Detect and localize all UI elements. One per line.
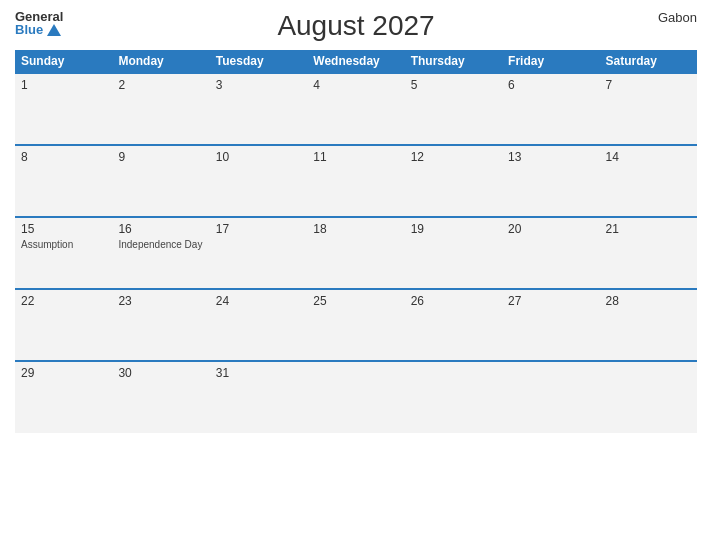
day-number: 22	[21, 294, 106, 308]
calendar-cell: 26	[405, 289, 502, 361]
day-number: 6	[508, 78, 593, 92]
calendar-cell: 8	[15, 145, 112, 217]
day-number: 21	[606, 222, 691, 236]
calendar-cell: 9	[112, 145, 209, 217]
logo-triangle-icon	[47, 24, 61, 36]
calendar-cell: 18	[307, 217, 404, 289]
calendar-week-row: 15Assumption16Independence Day1718192021	[15, 217, 697, 289]
calendar-cell	[600, 361, 697, 433]
calendar-cell: 31	[210, 361, 307, 433]
day-number: 13	[508, 150, 593, 164]
event-label: Assumption	[21, 238, 106, 251]
header-wednesday: Wednesday	[307, 50, 404, 73]
calendar-week-row: 891011121314	[15, 145, 697, 217]
day-number: 8	[21, 150, 106, 164]
calendar-cell: 6	[502, 73, 599, 145]
day-number: 17	[216, 222, 301, 236]
day-number: 31	[216, 366, 301, 380]
calendar-cell: 11	[307, 145, 404, 217]
calendar-cell	[405, 361, 502, 433]
day-number: 19	[411, 222, 496, 236]
header-friday: Friday	[502, 50, 599, 73]
day-number: 3	[216, 78, 301, 92]
calendar-page: General Blue August 2027 Gabon Sunday Mo…	[0, 0, 712, 550]
calendar-cell: 15Assumption	[15, 217, 112, 289]
day-number: 1	[21, 78, 106, 92]
calendar-cell: 28	[600, 289, 697, 361]
day-number: 2	[118, 78, 203, 92]
calendar-cell: 23	[112, 289, 209, 361]
day-number: 15	[21, 222, 106, 236]
day-number: 9	[118, 150, 203, 164]
calendar-cell: 16Independence Day	[112, 217, 209, 289]
header-saturday: Saturday	[600, 50, 697, 73]
header-thursday: Thursday	[405, 50, 502, 73]
header-monday: Monday	[112, 50, 209, 73]
calendar-cell: 13	[502, 145, 599, 217]
calendar-title: August 2027	[277, 10, 434, 42]
day-number: 27	[508, 294, 593, 308]
calendar-header: General Blue August 2027 Gabon	[15, 10, 697, 42]
calendar-week-row: 22232425262728	[15, 289, 697, 361]
calendar-cell	[502, 361, 599, 433]
calendar-cell: 2	[112, 73, 209, 145]
logo: General Blue	[15, 10, 63, 36]
calendar-cell: 1	[15, 73, 112, 145]
calendar-cell: 4	[307, 73, 404, 145]
header-tuesday: Tuesday	[210, 50, 307, 73]
calendar-cell: 14	[600, 145, 697, 217]
day-number: 24	[216, 294, 301, 308]
header-sunday: Sunday	[15, 50, 112, 73]
day-number: 28	[606, 294, 691, 308]
day-number: 29	[21, 366, 106, 380]
calendar-cell: 7	[600, 73, 697, 145]
calendar-cell: 5	[405, 73, 502, 145]
day-number: 11	[313, 150, 398, 164]
calendar-table: Sunday Monday Tuesday Wednesday Thursday…	[15, 50, 697, 433]
day-number: 14	[606, 150, 691, 164]
calendar-cell: 17	[210, 217, 307, 289]
day-number: 23	[118, 294, 203, 308]
calendar-cell	[307, 361, 404, 433]
day-number: 5	[411, 78, 496, 92]
calendar-cell: 10	[210, 145, 307, 217]
calendar-cell: 25	[307, 289, 404, 361]
day-number: 16	[118, 222, 203, 236]
event-label: Independence Day	[118, 238, 203, 251]
weekday-header-row: Sunday Monday Tuesday Wednesday Thursday…	[15, 50, 697, 73]
calendar-cell: 22	[15, 289, 112, 361]
calendar-cell: 20	[502, 217, 599, 289]
country-label: Gabon	[658, 10, 697, 25]
logo-blue-text: Blue	[15, 23, 61, 36]
day-number: 18	[313, 222, 398, 236]
calendar-week-row: 1234567	[15, 73, 697, 145]
day-number: 30	[118, 366, 203, 380]
day-number: 10	[216, 150, 301, 164]
calendar-cell: 19	[405, 217, 502, 289]
calendar-cell: 24	[210, 289, 307, 361]
calendar-week-row: 293031	[15, 361, 697, 433]
day-number: 26	[411, 294, 496, 308]
calendar-cell: 3	[210, 73, 307, 145]
calendar-cell: 29	[15, 361, 112, 433]
day-number: 20	[508, 222, 593, 236]
day-number: 25	[313, 294, 398, 308]
calendar-cell: 27	[502, 289, 599, 361]
day-number: 7	[606, 78, 691, 92]
calendar-cell: 12	[405, 145, 502, 217]
day-number: 4	[313, 78, 398, 92]
calendar-cell: 30	[112, 361, 209, 433]
day-number: 12	[411, 150, 496, 164]
calendar-cell: 21	[600, 217, 697, 289]
